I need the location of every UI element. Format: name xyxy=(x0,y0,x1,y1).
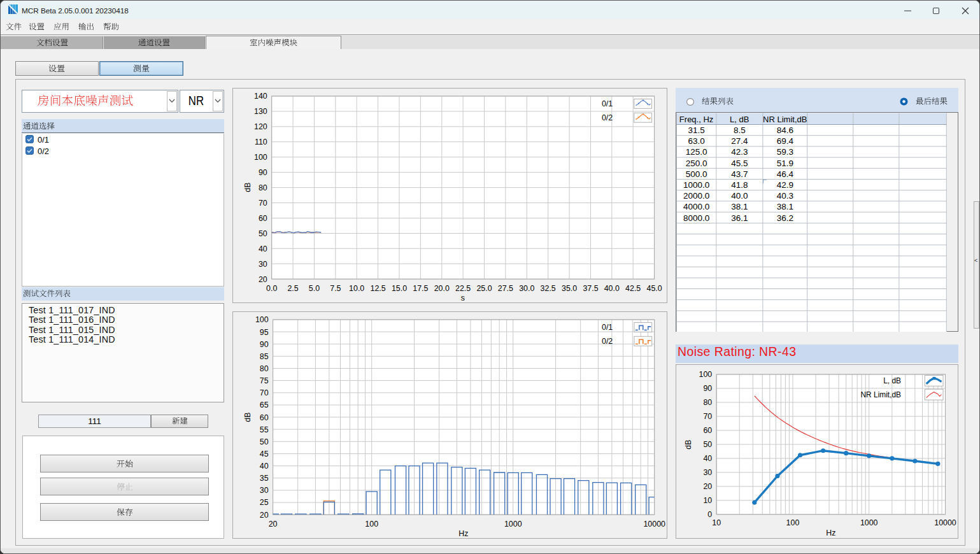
svg-text:59.3: 59.3 xyxy=(777,147,793,157)
svg-text:30.0: 30.0 xyxy=(519,284,534,293)
svg-text:40: 40 xyxy=(259,245,267,253)
svg-text:45.5: 45.5 xyxy=(731,159,748,168)
svg-text:40.0: 40.0 xyxy=(604,284,620,293)
svg-text:Hz: Hz xyxy=(458,529,468,538)
svg-text:25.0: 25.0 xyxy=(476,284,492,293)
svg-text:80: 80 xyxy=(259,183,267,192)
svg-text:8000.0: 8000.0 xyxy=(683,213,709,223)
svg-text:25: 25 xyxy=(260,498,269,507)
svg-text:20: 20 xyxy=(703,482,712,491)
svg-text:17.5: 17.5 xyxy=(413,284,428,293)
svg-text:27.5: 27.5 xyxy=(498,284,513,293)
svg-text:50: 50 xyxy=(260,437,269,446)
svg-text:37.5: 37.5 xyxy=(583,284,598,293)
svg-text:41.8: 41.8 xyxy=(731,180,748,190)
svg-text:80: 80 xyxy=(703,398,712,407)
svg-text:65: 65 xyxy=(260,401,269,409)
svg-text:5.0: 5.0 xyxy=(309,284,320,293)
svg-text:20: 20 xyxy=(259,275,267,284)
svg-text:36.1: 36.1 xyxy=(731,213,748,223)
svg-text:10: 10 xyxy=(703,496,712,505)
svg-text:42.9: 42.9 xyxy=(777,180,793,190)
svg-text:75: 75 xyxy=(260,376,269,385)
svg-text:45.0: 45.0 xyxy=(647,284,662,293)
svg-text:NR Limit,dB: NR Limit,dB xyxy=(763,115,807,124)
svg-text:100: 100 xyxy=(786,518,800,527)
svg-text:51.9: 51.9 xyxy=(777,159,793,168)
svg-text:90: 90 xyxy=(259,168,267,177)
svg-text:dB: dB xyxy=(684,440,693,450)
svg-text:20: 20 xyxy=(260,511,269,520)
svg-text:0/2: 0/2 xyxy=(602,337,613,346)
svg-text:40: 40 xyxy=(703,454,712,463)
svg-text:70: 70 xyxy=(703,412,712,421)
svg-text:130: 130 xyxy=(254,107,267,116)
svg-text:43.7: 43.7 xyxy=(731,169,748,179)
svg-text:1000: 1000 xyxy=(504,520,522,529)
svg-text:32.5: 32.5 xyxy=(541,284,556,293)
svg-text:80: 80 xyxy=(260,364,269,373)
svg-text:60: 60 xyxy=(703,426,712,435)
svg-text:4000.0: 4000.0 xyxy=(683,202,709,211)
svg-text:95: 95 xyxy=(260,328,269,337)
svg-text:1000.0: 1000.0 xyxy=(683,180,709,190)
svg-text:10.0: 10.0 xyxy=(349,284,364,293)
svg-text:45: 45 xyxy=(260,450,269,458)
svg-text:40: 40 xyxy=(260,462,269,471)
svg-text:NR Limit,dB: NR Limit,dB xyxy=(861,390,902,399)
svg-text:30: 30 xyxy=(260,486,269,495)
svg-text:15.0: 15.0 xyxy=(392,284,407,293)
svg-text:8.5: 8.5 xyxy=(734,125,746,135)
svg-text:0: 0 xyxy=(707,510,712,519)
svg-text:100: 100 xyxy=(254,153,267,162)
svg-text:70: 70 xyxy=(260,388,269,397)
svg-text:50: 50 xyxy=(703,440,712,449)
svg-text:125.0: 125.0 xyxy=(686,147,707,157)
svg-text:Freq., Hz: Freq., Hz xyxy=(679,115,713,124)
svg-text:22.5: 22.5 xyxy=(455,284,471,293)
svg-text:10000: 10000 xyxy=(934,518,956,527)
svg-text:63.0: 63.0 xyxy=(688,136,704,146)
svg-text:1000: 1000 xyxy=(860,518,878,527)
svg-text:30: 30 xyxy=(259,260,267,269)
svg-text:70: 70 xyxy=(259,199,267,208)
svg-text:10: 10 xyxy=(712,518,721,527)
svg-text:40.3: 40.3 xyxy=(777,191,793,201)
svg-text:7.5: 7.5 xyxy=(330,284,341,293)
svg-text:69.4: 69.4 xyxy=(777,136,794,146)
svg-text:2.5: 2.5 xyxy=(287,284,298,293)
svg-text:35.0: 35.0 xyxy=(562,284,577,293)
svg-text:85: 85 xyxy=(260,352,269,361)
svg-text:84.6: 84.6 xyxy=(777,125,793,135)
svg-text:140: 140 xyxy=(254,92,267,101)
svg-text:10000: 10000 xyxy=(643,520,665,529)
svg-text:42.3: 42.3 xyxy=(731,147,748,157)
svg-text:0/1: 0/1 xyxy=(602,323,613,332)
svg-text:dB: dB xyxy=(243,182,252,192)
svg-text:36.2: 36.2 xyxy=(777,213,793,223)
svg-text:500.0: 500.0 xyxy=(686,169,707,179)
svg-text:31.5: 31.5 xyxy=(688,125,704,135)
svg-text:90: 90 xyxy=(703,384,712,393)
svg-text:35: 35 xyxy=(260,474,269,483)
svg-text:55: 55 xyxy=(260,425,269,434)
svg-text:100: 100 xyxy=(365,520,378,529)
svg-text:0/2: 0/2 xyxy=(602,113,613,122)
svg-text:40.0: 40.0 xyxy=(731,191,748,201)
svg-text:110: 110 xyxy=(255,138,267,146)
svg-text:20: 20 xyxy=(269,520,278,529)
svg-text:12.5: 12.5 xyxy=(370,284,385,293)
svg-text:2000.0: 2000.0 xyxy=(683,191,709,201)
svg-text:42.5: 42.5 xyxy=(625,284,641,293)
svg-text:L, dB: L, dB xyxy=(730,115,749,124)
svg-text:L, dB: L, dB xyxy=(883,376,901,385)
svg-text:60: 60 xyxy=(260,413,269,422)
svg-text:46.4: 46.4 xyxy=(777,169,794,179)
svg-text:38.1: 38.1 xyxy=(731,202,748,211)
svg-text:120: 120 xyxy=(254,122,267,131)
svg-text:Hz: Hz xyxy=(826,529,835,537)
svg-text:50: 50 xyxy=(259,229,267,238)
svg-text:0.0: 0.0 xyxy=(266,284,277,293)
svg-text:30: 30 xyxy=(703,468,712,477)
svg-text:s: s xyxy=(461,294,465,302)
